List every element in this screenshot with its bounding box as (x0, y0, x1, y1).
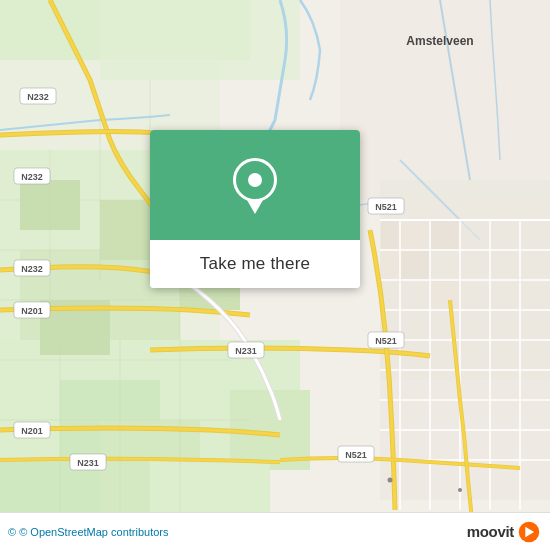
pin-tail (247, 200, 263, 214)
pin-dot (248, 173, 262, 187)
take-me-there-button[interactable]: Take me there (150, 240, 360, 288)
svg-text:N201: N201 (21, 426, 43, 436)
svg-rect-45 (381, 221, 399, 249)
svg-text:N232: N232 (27, 92, 49, 102)
svg-rect-12 (100, 0, 300, 80)
svg-rect-46 (401, 221, 429, 249)
svg-text:N232: N232 (21, 264, 43, 274)
svg-text:N201: N201 (21, 306, 43, 316)
moovit-logo: moovit (467, 521, 540, 543)
svg-text:N521: N521 (345, 450, 367, 460)
svg-point-72 (388, 478, 393, 483)
svg-text:N231: N231 (235, 346, 257, 356)
svg-rect-50 (431, 281, 459, 309)
pin-circle (233, 158, 277, 202)
moovit-text: moovit (467, 523, 514, 540)
svg-rect-49 (401, 251, 429, 279)
svg-rect-47 (431, 221, 459, 249)
popup-icon-area (150, 130, 360, 240)
svg-text:N231: N231 (77, 458, 99, 468)
bottom-bar: © © OpenStreetMap contributors moovit (0, 512, 550, 550)
svg-text:N521: N521 (375, 202, 397, 212)
map-attribution: © © OpenStreetMap contributors (8, 526, 169, 538)
svg-rect-48 (381, 251, 399, 279)
attribution-link[interactable]: © OpenStreetMap contributors (19, 526, 168, 538)
map-container: N232 N232 N232 N201 N201 N231 N231 N521 … (0, 0, 550, 550)
moovit-icon (518, 521, 540, 543)
svg-text:N232: N232 (21, 172, 43, 182)
svg-text:N521: N521 (375, 336, 397, 346)
svg-text:Amstelveen: Amstelveen (406, 34, 473, 48)
location-popup: Take me there (150, 130, 360, 288)
svg-point-73 (458, 488, 462, 492)
location-pin-icon (233, 158, 277, 213)
attribution-copyright: © (8, 526, 16, 538)
